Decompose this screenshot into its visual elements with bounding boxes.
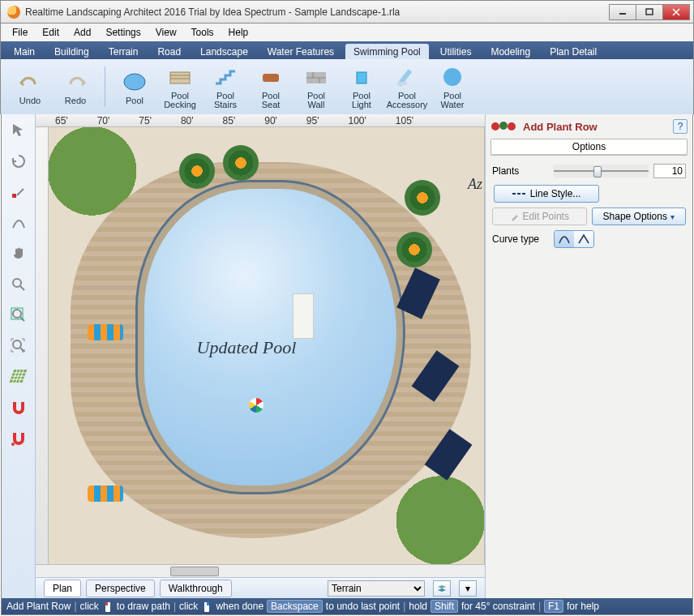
svg-point-15 (443, 68, 461, 86)
svg-rect-37 (207, 602, 209, 605)
curve-smooth-option[interactable] (555, 231, 574, 247)
left-toolbar (2, 114, 36, 598)
corner-label: Az (468, 176, 482, 193)
pool-water-icon (439, 64, 465, 90)
pool-water-button[interactable]: Pool Water (431, 64, 473, 109)
tab-swimming-pool[interactable]: Swimming Pool (345, 44, 429, 59)
svg-rect-36 (105, 602, 108, 605)
view-walkthrough[interactable]: Walkthrough (160, 580, 232, 597)
svg-point-19 (13, 310, 21, 318)
tab-landscape[interactable]: Landscape (192, 44, 256, 59)
plant-row-icon (491, 119, 518, 134)
close-button[interactable] (662, 4, 690, 20)
pool-wall-icon (303, 64, 329, 90)
svg-rect-14 (397, 82, 407, 85)
zoom-tool[interactable] (7, 273, 30, 296)
menu-settings[interactable]: Settings (99, 25, 147, 40)
pool-stairs-button[interactable]: Pool Stairs (204, 64, 246, 109)
redo-icon (62, 69, 88, 95)
pool-float-icon (88, 324, 123, 340)
tab-terrain[interactable]: Terrain (101, 44, 147, 59)
undo-button[interactable]: Undo (9, 69, 51, 105)
tab-plan-detail[interactable]: Plan Detail (542, 44, 605, 59)
plant-icon (396, 232, 432, 267)
scroll-thumb[interactable] (170, 567, 219, 576)
zoom-extents-tool[interactable] (7, 304, 30, 327)
undo-icon (17, 69, 43, 95)
redo-button[interactable]: Redo (54, 69, 96, 105)
pool-seat-button[interactable]: Pool Seat (250, 64, 292, 109)
pool-accessory-button[interactable]: Pool Accessory (386, 64, 428, 109)
edit-points-button: Edit Points (492, 207, 587, 225)
pool-light-button[interactable]: Pool Light (341, 64, 383, 109)
menu-view[interactable]: View (149, 25, 183, 40)
tab-utilities[interactable]: Utilities (432, 44, 480, 59)
tab-main[interactable]: Main (6, 44, 43, 59)
move-point-tool[interactable] (7, 181, 30, 203)
svg-point-32 (491, 122, 499, 130)
curve-sharp-option[interactable] (574, 231, 593, 247)
maximize-button[interactable] (636, 4, 663, 20)
mouse-left-icon (102, 601, 114, 612)
pool-light-icon (349, 64, 375, 90)
plant-icon (405, 180, 440, 216)
menu-help[interactable]: Help (222, 25, 255, 40)
curve-type-row: Curve type (491, 227, 688, 251)
view-perspective[interactable]: Perspective (86, 580, 155, 597)
select-tool[interactable] (7, 119, 30, 142)
zoom-selection-tool[interactable] (7, 335, 30, 357)
snap-tool[interactable] (7, 396, 30, 419)
grid-tool[interactable] (7, 366, 30, 388)
curve-tool[interactable] (7, 212, 30, 234)
options-section: Options (491, 139, 688, 156)
tab-water-features[interactable]: Water Features (259, 44, 342, 59)
view-plan[interactable]: Plan (44, 580, 81, 597)
pool-button[interactable]: Pool (114, 69, 156, 105)
design-canvas[interactable]: Updated Pool Az (49, 127, 485, 564)
pencil-icon (510, 212, 520, 221)
curve-type-label: Curve type (492, 233, 549, 245)
line-style-button[interactable]: Line Style... (494, 185, 599, 203)
pool-float-icon (88, 486, 123, 502)
plants-slider[interactable] (554, 165, 649, 178)
menu-edit[interactable]: Edit (36, 25, 66, 40)
panel-help-button[interactable]: ? (673, 119, 688, 134)
shape-options-button[interactable]: Shape Options▾ (592, 207, 687, 225)
pool-decking-icon (167, 64, 193, 90)
layer-select[interactable]: Terrain (328, 580, 425, 597)
menu-add[interactable]: Add (67, 25, 97, 40)
pool-raft-icon (293, 293, 314, 339)
canvas-wrap: Updated Pool Az (36, 127, 485, 564)
menu-file[interactable]: File (6, 25, 34, 40)
mouse-right-icon (201, 601, 212, 612)
svg-point-22 (13, 340, 21, 349)
pool-wall-button[interactable]: Pool Wall (295, 64, 337, 109)
pool-seat-icon (258, 64, 284, 90)
rotate-tool[interactable] (7, 150, 30, 173)
minimize-button[interactable] (609, 4, 636, 20)
ribbon-separator (105, 66, 105, 107)
plants-value-field[interactable] (653, 164, 686, 178)
ribbon: Undo Redo Pool Pool Decking Pool Stairs … (0, 59, 694, 114)
slider-thumb[interactable] (593, 166, 602, 178)
pan-tool[interactable] (7, 242, 30, 265)
svg-rect-8 (263, 74, 279, 82)
properties-panel: Add Plant Row ? Options Plants Line Styl… (485, 114, 692, 598)
tab-road[interactable]: Road (149, 44, 189, 59)
tab-building[interactable]: Building (46, 44, 97, 59)
snap-object-tool[interactable] (7, 427, 30, 450)
shift-key: Shift (431, 600, 458, 613)
window-title: Realtime Landscaping Architect 2016 Tria… (25, 6, 610, 18)
pool-accessory-icon (394, 64, 420, 90)
layers-icon-button[interactable] (433, 580, 451, 597)
layer-dropdown-button[interactable]: ▾ (459, 580, 477, 597)
panel-header: Add Plant Row ? (491, 119, 688, 134)
svg-line-18 (20, 286, 24, 290)
tab-modeling[interactable]: Modeling (482, 44, 538, 59)
pool-label: Updated Pool (197, 337, 297, 358)
scrollbar-horizontal[interactable] (36, 564, 485, 577)
menu-tools[interactable]: Tools (185, 25, 221, 40)
pool-decking-button[interactable]: Pool Decking (159, 64, 201, 109)
panel-title: Add Plant Row (523, 121, 668, 133)
svg-point-34 (508, 122, 516, 130)
